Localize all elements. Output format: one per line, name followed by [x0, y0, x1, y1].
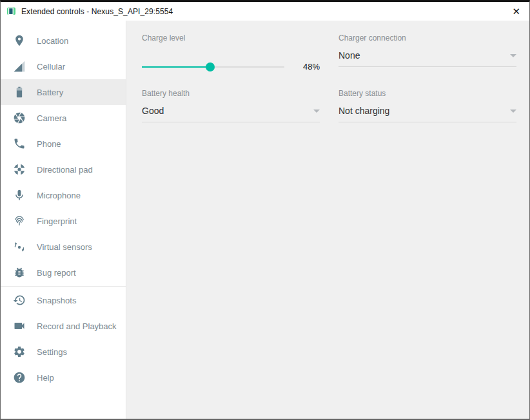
- sidebar-item-snapshots[interactable]: Snapshots: [1, 287, 126, 313]
- close-button[interactable]: ✕: [511, 5, 522, 17]
- camera-icon: [13, 111, 26, 124]
- battery-health-field: Battery health Good: [142, 89, 320, 122]
- charge-level-label: Charge level: [142, 33, 320, 43]
- snapshots-icon: [13, 294, 26, 307]
- record-icon: [13, 320, 26, 332]
- charger-connection-label: Charger connection: [339, 33, 516, 43]
- sidebar-item-label: Microphone: [37, 191, 81, 200]
- sidebar-item-label: Virtual sensors: [37, 242, 92, 252]
- sidebar-item-fingerprint[interactable]: Fingerprint: [1, 208, 126, 234]
- chevron-down-icon: [313, 110, 320, 113]
- microphone-icon: [13, 189, 26, 202]
- sidebar-item-record-and-playback[interactable]: Record and Playback: [1, 313, 126, 339]
- location-icon: [13, 34, 26, 47]
- sidebar-item-label: Bug report: [37, 268, 76, 278]
- window-title: Extended controls - Nexus_S_API_29:5554: [21, 7, 173, 16]
- dpad-icon: [13, 163, 26, 176]
- phone-icon: [13, 137, 26, 150]
- sidebar-item-settings[interactable]: Settings: [1, 339, 126, 365]
- sidebar-item-battery[interactable]: Battery: [1, 79, 126, 105]
- sidebar-item-label: Help: [37, 373, 54, 383]
- sidebar-item-label: Fingerprint: [37, 216, 77, 226]
- sidebar-item-phone[interactable]: Phone: [1, 131, 126, 157]
- battery-health-dropdown[interactable]: Good: [142, 106, 320, 122]
- sidebar-item-bug-report[interactable]: Bug report: [1, 260, 126, 285]
- sidebar-item-label: Battery: [37, 88, 63, 97]
- sidebar-item-camera[interactable]: Camera: [1, 105, 126, 131]
- sidebar-item-microphone[interactable]: Microphone: [1, 182, 126, 208]
- battery-icon: [13, 86, 26, 99]
- sidebar-item-directional-pad[interactable]: Directional pad: [1, 157, 126, 182]
- battery-health-label: Battery health: [142, 89, 320, 98]
- charger-connection-value: None: [339, 50, 360, 61]
- sidebar-item-label: Phone: [37, 139, 61, 149]
- battery-health-value: Good: [142, 106, 164, 116]
- cellular-icon: [13, 60, 26, 73]
- charge-level-field: Charge level 48%: [142, 33, 320, 72]
- sidebar: Location Cellular Battery Camera Phone D: [1, 21, 126, 419]
- bug-report-icon: [13, 266, 26, 279]
- help-icon: [13, 371, 26, 384]
- sidebar-item-label: Snapshots: [37, 296, 76, 305]
- title-bar: Extended controls - Nexus_S_API_29:5554 …: [1, 2, 529, 21]
- sidebar-item-cellular[interactable]: Cellular: [1, 53, 126, 79]
- sidebar-item-label: Location: [37, 36, 68, 46]
- sidebar-item-label: Cellular: [37, 62, 65, 72]
- charger-connection-dropdown[interactable]: None: [339, 50, 516, 67]
- sidebar-item-location[interactable]: Location: [1, 28, 126, 53]
- battery-panel: Charge level 48% Charger connection None: [126, 21, 529, 419]
- charge-level-value: 48%: [303, 62, 320, 72]
- battery-status-field: Battery status Not charging: [339, 89, 516, 122]
- slider-thumb[interactable]: [206, 62, 215, 72]
- sidebar-item-help[interactable]: Help: [1, 365, 126, 390]
- fingerprint-icon: [13, 215, 26, 227]
- sidebar-item-label: Camera: [37, 113, 66, 123]
- sidebar-item-label: Record and Playback: [37, 321, 117, 331]
- virtual-sensors-icon: [13, 240, 26, 253]
- battery-status-label: Battery status: [339, 89, 516, 98]
- sidebar-item-label: Settings: [37, 347, 67, 357]
- chevron-down-icon: [510, 54, 516, 57]
- battery-status-value: Not charging: [339, 106, 389, 116]
- sidebar-item-label: Directional pad: [37, 165, 93, 175]
- sidebar-item-virtual-sensors[interactable]: Virtual sensors: [1, 234, 126, 260]
- chevron-down-icon: [510, 110, 516, 113]
- battery-status-dropdown[interactable]: Not charging: [339, 106, 516, 122]
- charge-level-slider[interactable]: [142, 62, 284, 72]
- slider-fill: [142, 66, 210, 68]
- sidebar-divider: [1, 286, 126, 287]
- charger-connection-field: Charger connection None: [339, 33, 516, 72]
- emulator-phone-icon: [6, 6, 16, 16]
- extended-controls-window: Extended controls - Nexus_S_API_29:5554 …: [0, 0, 530, 420]
- settings-icon: [13, 345, 26, 358]
